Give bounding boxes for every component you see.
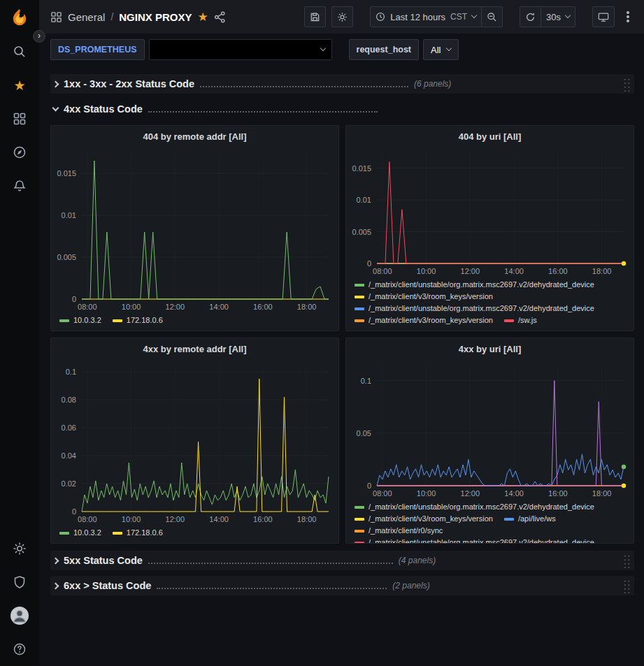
datasource-variable-label[interactable]: DS_PROMETHEUS	[50, 39, 145, 60]
svg-text:08:00: 08:00	[373, 267, 392, 275]
legend-item[interactable]: /_matrix/client/v3/room_keys/version	[355, 314, 493, 326]
sidebar-item-configuration[interactable]	[0, 532, 39, 565]
dashboards-grid-icon	[13, 112, 27, 126]
svg-text:0.1: 0.1	[66, 368, 76, 376]
legend-swatch	[355, 284, 364, 287]
dashboard-settings-button[interactable]	[331, 6, 353, 27]
legend-item[interactable]: /_matrix/client/unstable/org.matrix.msc2…	[355, 279, 594, 291]
panel-title[interactable]: 404 by remote addr [All]	[51, 126, 338, 147]
apps-grid-icon[interactable]	[50, 11, 62, 23]
dashboard-canvas: 1xx - 3xx - 2xx Status Code (6 panels) 4…	[39, 67, 644, 666]
request-host-variable-label[interactable]: request_host	[349, 39, 420, 60]
svg-text:0.015: 0.015	[57, 169, 76, 178]
kebab-icon	[627, 11, 629, 22]
row-drag-handle[interactable]	[622, 579, 630, 593]
sidebar-item-dashboards[interactable]	[0, 102, 39, 136]
kebab-menu-button[interactable]	[620, 6, 636, 27]
legend-item[interactable]: /_matrix/client/unstable/org.matrix.msc2…	[355, 501, 594, 513]
panel-title[interactable]: 4xx by uri [All]	[346, 338, 634, 359]
row-dotted-leader	[148, 563, 393, 564]
bell-icon	[13, 179, 27, 193]
svg-text:18:00: 18:00	[592, 267, 612, 275]
legend-swatch	[355, 506, 364, 509]
svg-text:14:00: 14:00	[209, 515, 229, 523]
row-dotted-leader	[200, 86, 408, 87]
clock-icon	[375, 12, 385, 22]
row-drag-handle[interactable]	[622, 77, 630, 92]
legend-label: /_matrix/client/v3/room_keys/version	[368, 513, 493, 525]
timeseries-chart[interactable]: 08:0010:0012:0014:0016:0018:0000.0050.01…	[51, 147, 338, 313]
sidebar-item-search[interactable]	[0, 35, 39, 68]
share-icon[interactable]	[214, 11, 226, 23]
timeseries-chart[interactable]: 08:0010:0012:0014:0016:0018:0000.0050.01…	[346, 147, 634, 277]
sidebar-item-explore[interactable]	[0, 136, 39, 169]
sidebar-item-alerting[interactable]	[0, 169, 39, 203]
legend-swatch	[113, 532, 122, 535]
svg-text:10:00: 10:00	[417, 267, 436, 275]
panel-title[interactable]: 404 by uri [All]	[346, 126, 634, 147]
legend-label: /_matrix/client/unstable/org.matrix.msc2…	[368, 303, 594, 314]
refresh-interval-dropdown[interactable]: 30s	[541, 6, 575, 27]
svg-text:08:00: 08:00	[373, 489, 392, 498]
legend-item[interactable]: /api/live/ws	[504, 513, 556, 525]
svg-text:0.05: 0.05	[357, 429, 371, 437]
sidebar: ★	[0, 0, 39, 666]
legend-item[interactable]: 172.18.0.6	[113, 527, 163, 539]
save-dashboard-button[interactable]	[304, 6, 326, 27]
row-6xx[interactable]: 6xx > Status Code (2 panels)	[50, 576, 634, 595]
sidebar-item-help[interactable]	[0, 632, 39, 666]
save-icon	[310, 12, 320, 22]
legend-item[interactable]: /sw.js	[504, 314, 537, 326]
svg-text:0: 0	[72, 295, 76, 303]
request-host-variable-select[interactable]: All	[423, 39, 459, 60]
series-line	[82, 161, 329, 299]
breadcrumb: General / NGINX PROXY	[68, 11, 192, 23]
legend-label: 172.18.0.6	[127, 314, 163, 326]
sidebar-item-profile[interactable]	[0, 599, 39, 632]
favorite-star-icon[interactable]: ★	[197, 11, 208, 23]
legend-item[interactable]: /_matrix/client/v3/room_keys/version	[355, 291, 493, 303]
legend-item[interactable]: /_matrix/client/v3/room_keys/version	[355, 513, 493, 525]
refresh-controls: 30s	[520, 6, 575, 27]
legend-swatch	[59, 532, 69, 535]
breadcrumb-section[interactable]: General	[68, 11, 105, 23]
zoom-out-button[interactable]	[482, 6, 503, 27]
chevron-right-icon	[52, 557, 59, 564]
time-range-picker[interactable]: Last 12 hours CST	[370, 6, 482, 27]
row-4xx[interactable]: 4xx Status Code	[50, 99, 634, 119]
series-end-dot	[622, 484, 626, 488]
refresh-button[interactable]	[520, 6, 541, 27]
grafana-logo-icon[interactable]	[0, 1, 39, 35]
row-drag-handle[interactable]	[622, 553, 630, 568]
panel-404-by-uri: 404 by uri [All] 08:0010:0012:0014:0016:…	[345, 125, 634, 331]
row-5xx[interactable]: 5xx Status Code (4 panels)	[50, 551, 634, 570]
sidebar-item-starred[interactable]: ★	[0, 68, 39, 102]
page-title[interactable]: NGINX PROXY	[119, 11, 192, 23]
svg-text:16:00: 16:00	[253, 303, 273, 311]
legend-swatch	[355, 296, 364, 298]
sidebar-expand-button[interactable]: ›	[33, 30, 45, 43]
person-icon	[10, 607, 29, 625]
legend-label: /_matrix/client/unstable/org.matrix.msc2…	[368, 537, 594, 543]
legend-item[interactable]: /_matrix/client/unstable/org.matrix.msc2…	[355, 537, 594, 543]
timeseries-chart[interactable]: 08:0010:0012:0014:0016:0018:0000.020.040…	[51, 359, 338, 526]
legend-item[interactable]: /_matrix/client/unstable/org.matrix.msc2…	[355, 303, 594, 314]
legend-label: /_matrix/client/v3/room_keys/version	[368, 291, 493, 303]
row-title: 5xx Status Code	[64, 555, 143, 566]
svg-text:12:00: 12:00	[166, 303, 185, 311]
legend-item[interactable]: 10.0.3.2	[59, 527, 101, 539]
datasource-variable-select[interactable]	[149, 39, 332, 60]
tv-mode-button[interactable]	[592, 6, 615, 27]
row-1xx-3xx-2xx[interactable]: 1xx - 3xx - 2xx Status Code (6 panels)	[50, 74, 634, 94]
row-dotted-leader	[148, 111, 378, 113]
legend-item[interactable]: 172.18.0.6	[113, 314, 163, 326]
row-panel-count: (6 panels)	[414, 79, 451, 89]
timezone-label: CST	[450, 12, 467, 22]
legend-item[interactable]: /_matrix/client/r0/sync	[355, 525, 443, 537]
timeseries-chart[interactable]: 08:0010:0012:0014:0016:0018:0000.050.1	[346, 359, 634, 500]
legend-item[interactable]: 10.0.3.2	[59, 314, 101, 326]
panel-legend: /_matrix/client/unstable/org.matrix.msc2…	[346, 500, 634, 543]
panel-4xx-by-remote-addr: 4xx by remote addr [All] 08:0010:0012:00…	[50, 338, 339, 544]
sidebar-item-server-admin[interactable]	[0, 565, 39, 599]
panel-title[interactable]: 4xx by remote addr [All]	[51, 338, 338, 359]
